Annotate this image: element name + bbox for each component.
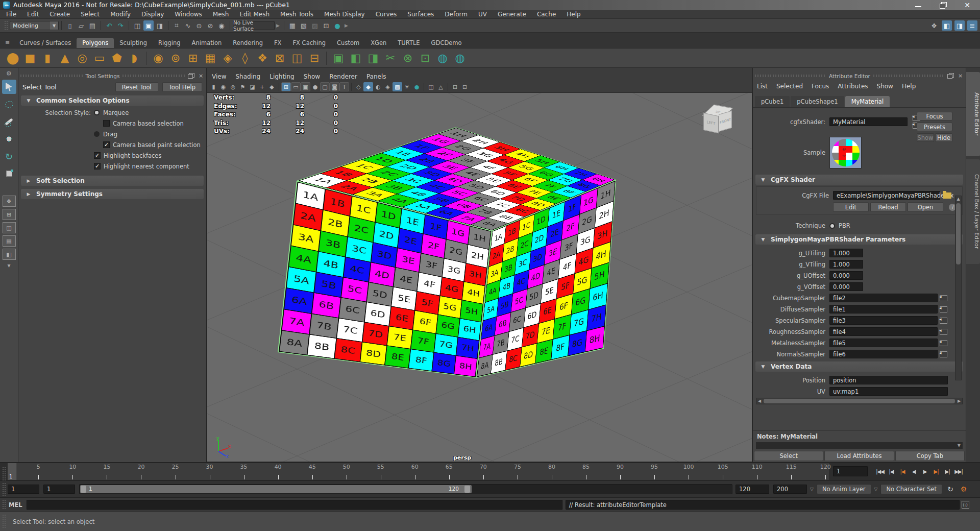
ae-menu-item-show[interactable]: Show	[877, 83, 893, 90]
grease-pencil-icon[interactable]: ◆	[267, 82, 277, 91]
chevron-down-icon[interactable]: ▽	[810, 487, 814, 492]
connection-icon[interactable]	[940, 351, 947, 357]
shelf-tab-sculpting[interactable]: Sculpting	[114, 38, 153, 48]
ae-menu-item-selected[interactable]: Selected	[776, 83, 803, 90]
attribute-editor-toggle-icon[interactable]: ◧	[942, 20, 952, 31]
render-ball-icon[interactable]: ●	[332, 20, 342, 31]
poly-sphere-icon[interactable]: ⬤	[5, 51, 20, 66]
play-backwards-button[interactable]: ◀	[909, 467, 919, 477]
restore-button[interactable]	[939, 2, 946, 8]
select-hierarchy-icon[interactable]: ◫	[132, 20, 142, 31]
section-soft-selection[interactable]: ▶ Soft Selection	[21, 176, 204, 186]
scroll-up-icon[interactable]: ▲	[955, 196, 961, 202]
section-cgfx-shader[interactable]: ▼ CgFX Shader	[755, 175, 963, 185]
normalssampler-field[interactable]: file6	[829, 350, 938, 358]
menu-item-select[interactable]: Select	[81, 11, 100, 18]
ae-menu-item-focus[interactable]: Focus	[812, 83, 829, 90]
uv-planar-icon[interactable]: ◧	[348, 51, 363, 66]
step-forward-key-button[interactable]: ▶|	[931, 467, 941, 477]
attribute-editor-strip-tab[interactable]: Attribute Editor	[966, 72, 980, 156]
character-set-dropdown[interactable]: No Character Set	[880, 484, 942, 494]
highlight-backfaces-checkbox[interactable]: ✓	[94, 152, 101, 159]
copy-tab-button[interactable]: Copy Tab	[895, 451, 965, 461]
maya-shelf-icon-1[interactable]: ◍	[435, 51, 450, 66]
playback-range-bar[interactable]	[80, 485, 472, 493]
toolbar-expand-icon[interactable]: ▶	[276, 23, 280, 28]
shaded-mode-icon[interactable]: ◆	[363, 82, 373, 91]
ae-menu-item-attributes[interactable]: Attributes	[838, 83, 868, 90]
view-cube-gizmo[interactable]: TOP LEFT FRONT	[700, 105, 736, 141]
ipr-render-icon[interactable]: ▨	[310, 20, 320, 31]
step-back-frame-button[interactable]: |◀	[886, 467, 896, 477]
isolate-select-icon[interactable]: ▮	[209, 82, 218, 91]
poly-cone-icon[interactable]: ▲	[57, 51, 72, 66]
timeline-grip[interactable]	[2, 467, 6, 481]
animation-preferences-icon[interactable]: ⚙	[959, 484, 969, 494]
menu-item-mesh[interactable]: Mesh	[213, 11, 229, 18]
uv-field[interactable]: uv:map1	[829, 387, 948, 396]
panel-drag-handle[interactable]	[122, 75, 185, 77]
select-tool[interactable]	[2, 80, 16, 94]
pan-zoom-icon[interactable]: +	[257, 82, 267, 91]
frame-icon[interactable]: ⊟	[307, 51, 322, 66]
mel-grip[interactable]	[2, 499, 6, 511]
shelf-tab-fx[interactable]: FX	[268, 38, 287, 48]
reset-tool-button[interactable]: Reset Tool	[115, 82, 158, 92]
gate-mask-icon[interactable]: ●	[310, 82, 320, 91]
save-scene-icon[interactable]: ▤	[87, 20, 97, 31]
shadows-icon[interactable]: ●	[412, 82, 422, 91]
chevron-down-icon[interactable]: ▼	[958, 443, 963, 448]
uv-layout-icon[interactable]: ⊡	[418, 51, 433, 66]
ae-tab-pcube1[interactable]: pCube1	[755, 96, 790, 107]
connection-icon[interactable]	[940, 340, 947, 346]
toolbar-grip[interactable]	[4, 20, 8, 31]
camera-based-paint-selection-checkbox[interactable]: ✓	[103, 141, 110, 148]
folder-icon[interactable]	[943, 192, 951, 199]
menu-item-deform[interactable]: Deform	[445, 11, 468, 18]
shelf-menu-icon[interactable]: ≡	[5, 39, 10, 46]
exposure-icon[interactable]: ⊟	[450, 82, 460, 91]
panel-drag-handle[interactable]	[873, 75, 944, 77]
highlight-nearest-component-checkbox[interactable]: ✓	[94, 163, 101, 170]
minimize-button[interactable]	[915, 2, 922, 8]
move-tool[interactable]: +	[2, 132, 16, 146]
shelf-tab-curves-surfaces[interactable]: Curves / Surfaces	[14, 38, 77, 48]
scroll-left-icon[interactable]: ◀	[756, 399, 763, 403]
redo-icon[interactable]: ↷	[115, 20, 126, 31]
hide-button[interactable]: Hide	[935, 133, 952, 142]
playback-start-field[interactable]: 1	[43, 485, 75, 494]
shelf-tab-fx-caching[interactable]: FX Caching	[287, 38, 331, 48]
connection-icon[interactable]	[940, 295, 947, 301]
uv-spherical-icon[interactable]: ⊗	[400, 51, 415, 66]
viewport-canvas[interactable]: Verts:880Edges:12120Faces:660Tris:12120U…	[207, 92, 752, 462]
layout-outliner-button[interactable]: ▤	[3, 235, 16, 247]
channel-box-strip-tab[interactable]: Channel Box / Layer Editor	[966, 159, 980, 264]
section-symmetry-settings[interactable]: ▶ Symmetry Settings	[21, 189, 204, 199]
use-all-lights-icon[interactable]: ▩	[393, 82, 402, 91]
safe-action-icon[interactable]: ◙	[330, 82, 339, 91]
animation-end-field[interactable]: 200	[773, 485, 807, 494]
camera-based-selection-checkbox[interactable]	[103, 120, 110, 127]
connection-icon[interactable]	[940, 318, 947, 324]
hypershade-icon[interactable]: ▧	[299, 20, 309, 31]
shelf-tab-animation[interactable]: Animation	[186, 38, 228, 48]
film-gate-icon[interactable]: ▭	[291, 82, 301, 91]
connection-icon[interactable]	[940, 329, 947, 335]
select-object-icon[interactable]: ▣	[143, 20, 154, 31]
menu-set-selector[interactable]: Modeling ▼	[10, 21, 59, 30]
shelf-tab-turtle[interactable]: TURTLE	[392, 38, 425, 48]
technique-radio[interactable]	[829, 223, 835, 229]
shaded-wire-icon[interactable]: ◐	[373, 82, 383, 91]
snap-curve-icon[interactable]: ∿	[183, 20, 193, 31]
camera-attributes-icon[interactable]: ◎	[228, 82, 238, 91]
cubemapsampler-field[interactable]: file2	[829, 294, 938, 302]
layout-two-pane-button[interactable]: ◫	[3, 222, 16, 233]
horizontal-scrollbar[interactable]: ◀ ▶	[756, 398, 963, 404]
menu-item-windows[interactable]: Windows	[175, 11, 202, 18]
uv-cube-icon[interactable]: ▣	[331, 51, 346, 66]
mel-input[interactable]	[27, 500, 562, 510]
playback-end-field[interactable]: 120	[736, 485, 769, 494]
menu-item-surfaces[interactable]: Surfaces	[407, 11, 434, 18]
wireframe-mode-icon[interactable]: ◇	[354, 82, 363, 91]
roughnesssampler-field[interactable]: file4	[829, 327, 938, 336]
